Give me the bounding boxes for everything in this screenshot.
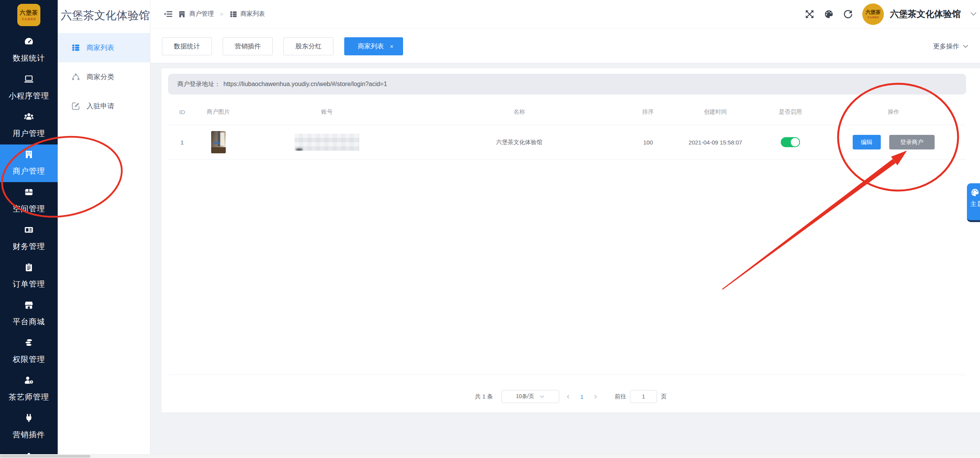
- user-name[interactable]: 六堡茶文化体验馆: [890, 8, 961, 20]
- sidebar-item-label: 商户管理: [13, 166, 45, 176]
- tab-merchant-list[interactable]: 商家列表 ×: [344, 37, 403, 55]
- column-header-name: 名称: [413, 108, 625, 116]
- sidebar-item-label: 平台商城: [13, 317, 45, 327]
- pagination-total: 共 1 条: [475, 393, 493, 400]
- goto-page-label: 前往: [615, 393, 626, 400]
- breadcrumb-level2-label: 商家列表: [240, 10, 265, 18]
- sidebar-item-orders[interactable]: 订单管理: [0, 257, 58, 295]
- table-header-row: ID 商户图片 账号 名称 排序 创建时间 是否启用 操作: [168, 99, 966, 125]
- submenu-item-label: 商家列表: [87, 43, 114, 52]
- page-size-select[interactable]: 10条/页: [502, 390, 559, 403]
- current-page-number[interactable]: 1: [577, 393, 587, 400]
- tab-bar: 数据统计 营销插件 股东分红 商家列表 × 更多操作: [150, 28, 980, 63]
- thumbnail-teaset: [214, 142, 220, 144]
- pencil-square-icon: [72, 102, 80, 110]
- submenu-sidebar: 六堡茶文化体验馆 商家列表 商家分类 入驻申请: [58, 0, 150, 458]
- header-actions: 六堡茶 文化体验馆 六堡茶文化体验馆: [805, 0, 977, 28]
- thumbnail-curtain: [218, 131, 220, 146]
- submenu-item-label: 入驻申请: [87, 101, 114, 111]
- more-actions-dropdown[interactable]: 更多操作: [933, 37, 968, 55]
- refresh-icon[interactable]: [843, 9, 853, 19]
- edit-button[interactable]: 编辑: [853, 135, 881, 149]
- sidebar-item-users[interactable]: 用户管理: [0, 107, 58, 144]
- sidebar-item-label: 小程序管理: [9, 91, 49, 101]
- table-bottom-divider: [168, 375, 966, 375]
- more-actions-label: 更多操作: [933, 42, 959, 51]
- space-box-icon: [24, 187, 34, 197]
- goto-page-input[interactable]: [630, 390, 657, 403]
- theme-palette-icon: [970, 188, 980, 197]
- row-image-cell: [196, 131, 240, 153]
- submenu-item-merchant-category[interactable]: 商家分类: [58, 62, 150, 91]
- column-header-enabled: 是否启用: [760, 108, 821, 116]
- clipboard-icon: [24, 262, 34, 272]
- merchant-photo-thumbnail[interactable]: [211, 131, 226, 153]
- user-avatar[interactable]: 六堡茶 文化体验馆: [862, 3, 884, 25]
- building-icon: [24, 149, 34, 159]
- tab-label: 营销插件: [235, 42, 261, 51]
- coins-icon: [24, 338, 34, 348]
- sidebar-collapse-icon[interactable]: [163, 10, 173, 18]
- merchant-login-url-label: 商户登录地址：: [177, 80, 220, 88]
- column-header-sort: 排序: [625, 108, 671, 116]
- pagination: 共 1 条 10条/页 ‹ 1 › 前往 页: [162, 385, 980, 408]
- sidebar-item-mall[interactable]: 平台商城: [0, 295, 58, 333]
- avatar-text-line1: 六堡茶: [866, 9, 881, 16]
- avatar-text-line2: 文化体验馆: [867, 16, 879, 19]
- tab-close-icon[interactable]: ×: [390, 43, 393, 49]
- users-icon: [24, 112, 34, 122]
- breadcrumb-merchant-list[interactable]: 商家列表: [230, 10, 265, 18]
- tab-marketing-plugins[interactable]: 营销插件: [223, 37, 273, 55]
- sidebar-item-label: 数据统计: [13, 53, 45, 63]
- prev-page-arrow[interactable]: ‹: [567, 392, 570, 401]
- main-area: 商户管理 > 商家列表: [150, 0, 980, 458]
- theme-tab-label: 主题: [970, 200, 980, 208]
- breadcrumb: 商户管理 > 商家列表: [163, 0, 265, 28]
- enabled-toggle-on[interactable]: [781, 137, 800, 147]
- sidebar-item-miniprogram[interactable]: 小程序管理: [0, 69, 58, 107]
- chevron-down-icon[interactable]: [970, 11, 977, 18]
- submenu-title: 六堡茶文化体验馆: [58, 0, 150, 33]
- breadcrumb-level1-label: 商户管理: [189, 10, 214, 18]
- sidebar-item-label: 空间管理: [13, 204, 45, 214]
- app-logo[interactable]: 六堡茶 文化体验馆: [17, 4, 40, 26]
- horizontal-scrollbar[interactable]: [0, 454, 980, 458]
- login-merchant-button[interactable]: 登录商户: [889, 135, 935, 149]
- storefront-icon: [24, 300, 34, 310]
- thumbnail-window-highlight: [220, 133, 224, 146]
- logo-text-line2: 文化体验馆: [22, 17, 36, 21]
- breadcrumb-merchant-management[interactable]: 商户管理: [178, 10, 214, 18]
- sidebar-item-permissions[interactable]: 权限管理: [0, 333, 58, 370]
- sidebar-item-marketing[interactable]: 营销插件: [0, 408, 58, 446]
- tab-shareholder-dividends[interactable]: 股东分红: [283, 37, 333, 55]
- next-page-arrow[interactable]: ›: [594, 392, 597, 401]
- sidebar-item-merchants[interactable]: 商户管理: [0, 144, 58, 182]
- submenu-item-entry-application[interactable]: 入驻申请: [58, 91, 150, 121]
- tab-data-stats[interactable]: 数据统计: [162, 37, 212, 55]
- sidebar-item-finance[interactable]: 财务管理: [0, 220, 58, 257]
- tab-label: 数据统计: [174, 42, 200, 51]
- row-account-cell: [240, 134, 413, 151]
- column-header-actions: 操作: [821, 108, 966, 116]
- theme-settings-tab[interactable]: 主题: [967, 183, 980, 222]
- list-grid-icon: [230, 10, 237, 18]
- merchant-login-url: https://liubaochawenhua.youdiy.cn/web/#/…: [223, 81, 387, 88]
- merchant-list-card: 商户登录地址： https://liubaochawenhua.youdiy.c…: [162, 68, 980, 412]
- scrollbar-thumb[interactable]: [0, 455, 90, 458]
- list-grid-icon: [72, 43, 80, 52]
- sidebar-item-spaces[interactable]: 空间管理: [0, 182, 58, 220]
- column-header-id: ID: [168, 109, 196, 115]
- toggle-knob: [791, 138, 799, 146]
- sidebar-item-tea-masters[interactable]: 茶艺师管理: [0, 370, 58, 408]
- sidebar-item-data-stats[interactable]: 数据统计: [0, 32, 58, 69]
- fullscreen-icon[interactable]: [805, 9, 815, 19]
- tab-label: 商家列表: [358, 42, 384, 51]
- share-nodes-icon: [72, 73, 80, 81]
- chevron-down-icon: [963, 45, 968, 48]
- merchant-table: ID 商户图片 账号 名称 排序 创建时间 是否启用 操作 1: [168, 99, 966, 159]
- theme-palette-icon[interactable]: [824, 9, 834, 19]
- dashboard-icon: [24, 37, 34, 46]
- newspaper-icon: [24, 225, 34, 235]
- chevron-down-icon: [540, 395, 545, 398]
- submenu-item-merchant-list[interactable]: 商家列表: [58, 33, 150, 62]
